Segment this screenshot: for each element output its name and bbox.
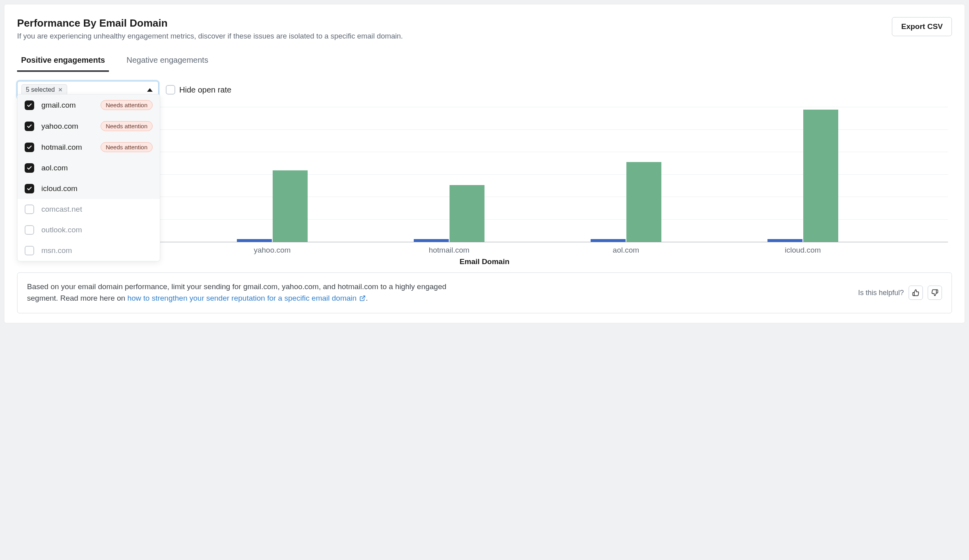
open-rate-bar (273, 170, 308, 242)
dropdown-item-left: hotmail.com (25, 143, 82, 152)
x-axis-label: yahoo.com (254, 246, 291, 255)
export-csv-button[interactable]: Export CSV (892, 17, 952, 36)
dropdown-item-yahoo-com[interactable]: yahoo.comNeeds attention (17, 116, 160, 137)
dropdown-item-label: comcast.net (41, 205, 82, 214)
checkbox-checked-icon[interactable] (25, 163, 34, 173)
dropdown-item-left: aol.com (25, 163, 68, 173)
chart-plot: gmail.comyahoo.comhotmail.comaol.comiclo… (41, 107, 948, 242)
checkbox-checked-icon[interactable] (25, 122, 34, 131)
helper-link[interactable]: how to strengthen your sender reputation… (127, 294, 366, 302)
clear-selection-icon[interactable]: ✕ (58, 87, 63, 93)
selected-count-label: 5 selected (26, 86, 55, 93)
click-rate-bar (414, 239, 449, 242)
x-axis-label: icloud.com (785, 246, 821, 255)
thumbs-down-button[interactable] (928, 286, 942, 300)
checkbox-checked-icon[interactable] (25, 184, 34, 193)
thumbs-down-icon (931, 289, 938, 296)
x-axis-label: aol.com (613, 246, 640, 255)
click-rate-bar (767, 239, 802, 242)
helper-question: Is this helpful? (858, 289, 904, 297)
header-row: Performance By Email Domain If you are e… (17, 17, 952, 41)
tab-positive-label: Positive engagements (21, 56, 105, 64)
needs-attention-badge: Needs attention (101, 100, 153, 110)
external-link-icon (359, 293, 366, 305)
header-text: Performance By Email Domain If you are e… (17, 17, 403, 41)
dropdown-item-left: gmail.com (25, 100, 76, 110)
dropdown-item-label: gmail.com (41, 101, 76, 110)
bar-group (591, 162, 661, 242)
tab-negative-label: Negative engagements (126, 56, 208, 64)
needs-attention-badge: Needs attention (101, 121, 153, 131)
dropdown-item-label: icloud.com (41, 184, 78, 193)
helper-callout: Based on your email domain performance, … (17, 272, 952, 313)
card-title: Performance By Email Domain (17, 17, 403, 29)
open-rate-bar (803, 110, 838, 242)
dropdown-item-left: comcast.net (25, 205, 82, 214)
gridline (41, 107, 948, 107)
export-csv-label: Export CSV (901, 22, 943, 31)
bar-group (767, 110, 838, 242)
helper-feedback: Is this helpful? (858, 286, 942, 300)
dropdown-item-icloud-com[interactable]: icloud.com (17, 178, 160, 199)
dropdown-item-label: aol.com (41, 164, 68, 172)
performance-card: Performance By Email Domain If you are e… (4, 4, 965, 323)
helper-link-text: how to strengthen your sender reputation… (127, 294, 357, 302)
dropdown-item-left: msn.com (25, 246, 72, 255)
dropdown-item-left: outlook.com (25, 225, 82, 235)
svg-line-0 (362, 296, 365, 299)
selected-count-chip[interactable]: 5 selected ✕ (21, 84, 67, 95)
checkbox-checked-icon[interactable] (25, 143, 34, 152)
tab-negative[interactable]: Negative engagements (122, 56, 212, 72)
checkbox-empty-icon[interactable] (25, 225, 34, 235)
helper-text: Based on your email domain performance, … (27, 281, 464, 305)
hide-open-rate-label: Hide open rate (179, 85, 231, 95)
dropdown-item-msn-com[interactable]: msn.com (17, 240, 160, 261)
dropdown-item-aol-com[interactable]: aol.com (17, 158, 160, 178)
bar-group (237, 170, 308, 242)
dropdown-item-hotmail-com[interactable]: hotmail.comNeeds attention (17, 137, 160, 158)
dropdown-item-label: yahoo.com (41, 122, 78, 131)
card-subtitle: If you are experiencing unhealthy engage… (17, 32, 403, 41)
tab-positive[interactable]: Positive engagements (17, 56, 109, 72)
helper-text-post: . (366, 294, 368, 302)
bar-group (414, 185, 484, 242)
hide-open-rate-checkbox[interactable] (166, 85, 175, 95)
click-rate-bar (237, 239, 272, 242)
thumbs-up-icon (912, 289, 919, 296)
checkbox-empty-icon[interactable] (25, 246, 34, 255)
open-rate-bar (626, 162, 661, 242)
dropdown-item-label: hotmail.com (41, 143, 82, 152)
dropdown-item-comcast-net[interactable]: comcast.net (17, 199, 160, 220)
tabs: Positive engagements Negative engagement… (17, 56, 952, 72)
click-rate-bar (591, 239, 626, 242)
dropdown-item-label: msn.com (41, 246, 72, 255)
checkbox-checked-icon[interactable] (25, 100, 34, 110)
open-rate-bar (450, 185, 484, 242)
dropdown-item-outlook-com[interactable]: outlook.com (17, 220, 160, 240)
thumbs-up-button[interactable] (909, 286, 923, 300)
dropdown-item-label: outlook.com (41, 226, 82, 234)
dropdown-item-gmail-com[interactable]: gmail.comNeeds attention (17, 95, 160, 116)
domain-dropdown-panel: gmail.comNeeds attentionyahoo.comNeeds a… (17, 94, 160, 261)
chevron-up-icon (147, 88, 153, 92)
needs-attention-badge: Needs attention (101, 142, 153, 152)
x-axis-label: hotmail.com (429, 246, 469, 255)
dropdown-item-left: icloud.com (25, 184, 78, 193)
hide-open-rate-toggle[interactable]: Hide open rate (166, 85, 231, 95)
checkbox-empty-icon[interactable] (25, 205, 34, 214)
dropdown-item-left: yahoo.com (25, 122, 78, 131)
